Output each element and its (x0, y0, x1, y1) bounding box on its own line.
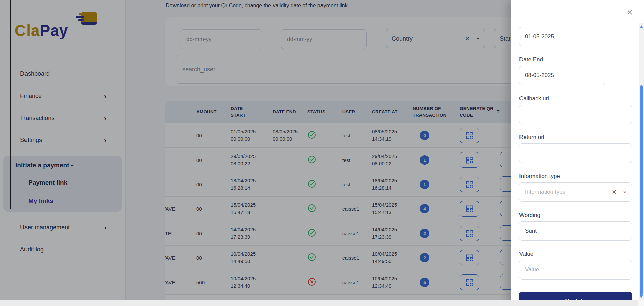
return-url-input[interactable] (519, 143, 632, 163)
scroll-up-arrow-icon[interactable] (640, 25, 643, 28)
scroll-down-arrow-icon[interactable] (640, 295, 643, 298)
vertical-scrollbar-track[interactable] (639, 23, 644, 300)
return-url-label: Return url (519, 134, 633, 141)
date-end-label: Date End (519, 56, 633, 63)
wording-input[interactable] (519, 221, 632, 241)
chevron-down-icon[interactable]: › (622, 191, 629, 193)
vertical-scrollbar-thumb[interactable] (640, 85, 643, 295)
information-type-select[interactable]: Information type × › (519, 182, 632, 202)
information-type-placeholder: Information type (525, 189, 612, 195)
callback-url-label: Callback url (519, 95, 633, 102)
modal-backdrop[interactable] (0, 0, 511, 300)
drawer-date-end-input[interactable] (519, 66, 605, 85)
edit-payment-link-drawer: × Date End Callback url Return url Infor… (511, 0, 644, 306)
drawer-body: Date End Callback url Return url Informa… (511, 0, 644, 306)
callback-url-input[interactable] (519, 105, 632, 124)
information-type-label: Information type (519, 173, 633, 180)
value-input[interactable] (519, 260, 632, 280)
wording-label: Wording (519, 212, 633, 219)
clear-icon[interactable]: × (612, 187, 617, 197)
drawer-date-start-input[interactable] (519, 27, 605, 46)
scrollbar-corner (638, 300, 644, 306)
value-label: Value (519, 251, 633, 257)
horizontal-scrollbar-track[interactable] (0, 300, 638, 306)
left-edge-line (10, 0, 11, 209)
app-root: ClaPay Dashboard Finance › Transactions … (0, 0, 644, 306)
close-icon[interactable]: × (627, 7, 633, 17)
